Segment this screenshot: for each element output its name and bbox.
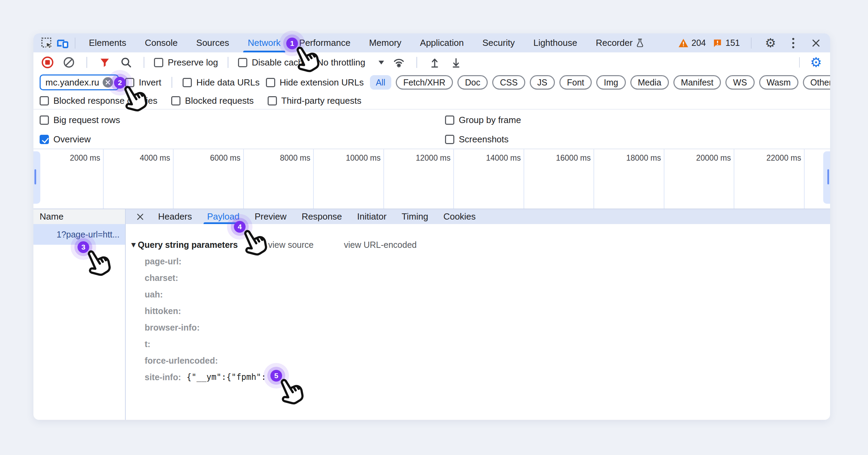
big-request-rows-checkbox-group[interactable]: Big request rows xyxy=(40,115,120,125)
record-network-log-button[interactable] xyxy=(40,54,55,70)
blocked-response-cookies-checkbox[interactable] xyxy=(40,96,49,105)
tab-label: Recorder xyxy=(596,38,633,48)
timeline-tick-label: 8000 ms xyxy=(241,153,310,163)
chip-other[interactable]: Other xyxy=(803,75,830,90)
detail-tab-timing[interactable]: Timing xyxy=(394,209,436,224)
disclosure-triangle-icon: ▼ xyxy=(131,241,136,248)
clear-network-log-button[interactable] xyxy=(61,54,77,70)
warning-count: 204 xyxy=(692,38,706,48)
chip-ws[interactable]: WS xyxy=(725,75,754,90)
param-key: force-urlencoded: xyxy=(145,356,218,366)
tab-network[interactable]: Network xyxy=(238,33,290,52)
group-by-frame-checkbox[interactable] xyxy=(445,115,454,125)
hide-data-urls-label: Hide data URLs xyxy=(196,77,260,88)
search-button[interactable] xyxy=(118,54,134,70)
disable-cache-checkbox[interactable] xyxy=(238,58,247,67)
query-string-parameters-title[interactable]: ▼ Query string parameters xyxy=(131,240,238,250)
settings-button[interactable]: ⚙ xyxy=(763,35,778,51)
experiment-flask-icon xyxy=(636,38,644,48)
detail-tab-cookies[interactable]: Cookies xyxy=(436,209,483,224)
toolbar-divider xyxy=(144,57,144,68)
close-devtools-button[interactable] xyxy=(808,35,824,51)
device-toolbar-button[interactable] xyxy=(55,35,71,51)
inspect-cursor-icon xyxy=(41,37,53,49)
tab-memory[interactable]: Memory xyxy=(360,33,411,52)
import-har-button[interactable] xyxy=(427,54,443,70)
hide-extension-urls-checkbox[interactable] xyxy=(266,78,275,87)
timeline-window-handle-right[interactable] xyxy=(823,151,830,204)
tab-application[interactable]: Application xyxy=(411,33,473,52)
chip-doc[interactable]: Doc xyxy=(457,75,488,90)
display-options-row-1: Big request rows Group by frame xyxy=(33,110,830,130)
chip-js[interactable]: JS xyxy=(530,75,555,90)
timeline-window-handle-left[interactable] xyxy=(33,151,40,204)
tab-recorder[interactable]: Recorder xyxy=(587,33,654,52)
tab-elements[interactable]: Elements xyxy=(80,33,135,52)
network-overview-timeline[interactable]: 2000 ms 4000 ms 6000 ms 8000 ms 10000 ms… xyxy=(33,149,830,209)
more-options-button[interactable] xyxy=(785,35,801,51)
gridline xyxy=(804,149,805,209)
chip-manifest[interactable]: Manifest xyxy=(673,75,721,90)
clear-filter-button[interactable] xyxy=(103,77,113,88)
display-options-row-2: Overview Screenshots xyxy=(33,130,830,149)
gear-icon: ⚙ xyxy=(765,37,776,49)
blocked-requests-checkbox[interactable] xyxy=(171,96,180,105)
preserve-log-checkbox-group[interactable]: Preserve log xyxy=(154,57,218,68)
request-row-selected[interactable]: 1?page-url=htt... xyxy=(33,224,125,245)
requests-list: 1?page-url=htt... xyxy=(33,224,126,420)
inspect-element-button[interactable] xyxy=(39,35,55,51)
chip-wasm[interactable]: Wasm xyxy=(759,75,798,90)
blocked-requests-checkbox-group[interactable]: Blocked requests xyxy=(171,95,254,106)
overview-checkbox[interactable] xyxy=(40,135,49,144)
toolbar-divider xyxy=(172,77,172,88)
third-party-requests-checkbox-group[interactable]: Third-party requests xyxy=(268,95,362,106)
screenshots-checkbox-group[interactable]: Screenshots xyxy=(445,134,509,145)
view-url-encoded-link[interactable]: view URL-encoded xyxy=(344,240,416,250)
detail-tab-initiator[interactable]: Initiator xyxy=(350,209,394,224)
chip-css[interactable]: CSS xyxy=(492,75,525,90)
chip-media[interactable]: Media xyxy=(630,75,669,90)
detail-tab-headers[interactable]: Headers xyxy=(151,209,199,224)
hide-data-urls-checkbox[interactable] xyxy=(183,78,192,87)
param-row: uah: xyxy=(131,286,830,303)
param-key: t: xyxy=(145,339,151,349)
filter-toggle-button[interactable] xyxy=(97,54,113,70)
warnings-counter[interactable]: 204 xyxy=(678,38,706,48)
close-icon xyxy=(105,80,111,85)
overview-checkbox-group[interactable]: Overview xyxy=(40,134,91,145)
close-icon xyxy=(136,212,145,221)
tab-console[interactable]: Console xyxy=(135,33,187,52)
group-by-frame-checkbox-group[interactable]: Group by frame xyxy=(445,115,521,125)
chip-font[interactable]: Font xyxy=(559,75,592,90)
tab-label: Application xyxy=(420,38,464,48)
hide-data-urls-checkbox-group[interactable]: Hide data URLs xyxy=(183,77,260,88)
tab-label: Sources xyxy=(196,38,229,48)
chip-img[interactable]: Img xyxy=(596,75,626,90)
screenshots-checkbox[interactable] xyxy=(445,135,454,144)
preserve-log-checkbox[interactable] xyxy=(154,58,163,67)
tab-security[interactable]: Security xyxy=(473,33,524,52)
name-column-header[interactable]: Name xyxy=(33,209,126,224)
issues-counter[interactable]: 151 xyxy=(713,38,740,48)
network-conditions-button[interactable] xyxy=(391,54,407,70)
toolbar-divider xyxy=(75,38,75,49)
param-value: {"__ym":{"fpmh": xyxy=(187,372,266,382)
toolbar-divider xyxy=(416,57,417,68)
tab-sources[interactable]: Sources xyxy=(187,33,238,52)
big-request-rows-checkbox[interactable] xyxy=(40,115,49,125)
hide-extension-urls-checkbox-group[interactable]: Hide extension URLs xyxy=(266,77,364,88)
export-har-button[interactable] xyxy=(448,54,464,70)
close-detail-panel-button[interactable] xyxy=(133,209,148,224)
toolbar-divider xyxy=(86,57,87,68)
filter-input[interactable]: mc.yandex.ru xyxy=(40,74,119,90)
third-party-requests-checkbox[interactable] xyxy=(268,96,277,105)
network-settings-gear-icon[interactable]: ⚙ xyxy=(810,56,822,69)
toolbar-divider xyxy=(228,57,228,68)
tab-lighthouse[interactable]: Lighthouse xyxy=(524,33,586,52)
close-icon xyxy=(811,38,821,48)
chip-fetch-xhr[interactable]: Fetch/XHR xyxy=(396,75,453,90)
timeline-tick-label: 12000 ms xyxy=(382,153,451,163)
detail-tab-response[interactable]: Response xyxy=(294,209,350,224)
chip-all[interactable]: All xyxy=(370,75,391,90)
detail-tab-preview[interactable]: Preview xyxy=(247,209,294,224)
